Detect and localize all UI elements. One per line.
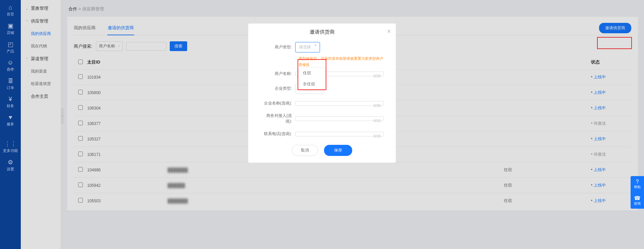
merchant-type-label: 商户类型: bbox=[260, 44, 295, 50]
enterprise-type-label: 企业类型: bbox=[260, 86, 295, 91]
contact-input[interactable]: 0/10 bbox=[295, 116, 384, 121]
phone-input[interactable]: 0/20 bbox=[295, 132, 384, 136]
merchant-type-select[interactable]: 请选择 bbox=[295, 42, 320, 52]
enterprise-name-label: 企业名称(选填): bbox=[260, 100, 295, 106]
type-warning: 类型修改后，可操作菜单权限将被重置为新类型商户 请修改 bbox=[248, 56, 396, 68]
modal-title: 邀请供货商 ✕ bbox=[248, 24, 396, 39]
dropdown-option-lodging[interactable]: 住宿 bbox=[299, 68, 325, 79]
float-icon: ? bbox=[631, 179, 644, 185]
float-icon: ☎ bbox=[631, 195, 644, 201]
phone-label: 联系电话(选填): bbox=[260, 131, 295, 137]
dropdown-option-non-lodging[interactable]: 非住宿 bbox=[299, 79, 325, 90]
save-button[interactable]: 保存 bbox=[324, 145, 352, 156]
contact-label: 商务对接人(选填): bbox=[260, 113, 295, 124]
cancel-button[interactable]: 取消 bbox=[292, 145, 318, 156]
enterprise-name-input[interactable]: 0/30 bbox=[295, 101, 384, 106]
merchant-name-label: 商户名称: bbox=[260, 71, 295, 77]
float-item[interactable]: ?帮助 bbox=[631, 176, 644, 192]
invite-modal: 邀请供货商 ✕ 商户类型: 请选择 类型修改后，可操作菜单权限将被重置为新类型商… bbox=[248, 24, 396, 163]
float-item[interactable]: ☎咨询 bbox=[631, 192, 644, 209]
close-icon[interactable]: ✕ bbox=[387, 28, 391, 35]
float-help: ?帮助☎咨询 bbox=[631, 176, 644, 209]
merchant-type-dropdown: 住宿 非住宿 bbox=[299, 67, 325, 90]
